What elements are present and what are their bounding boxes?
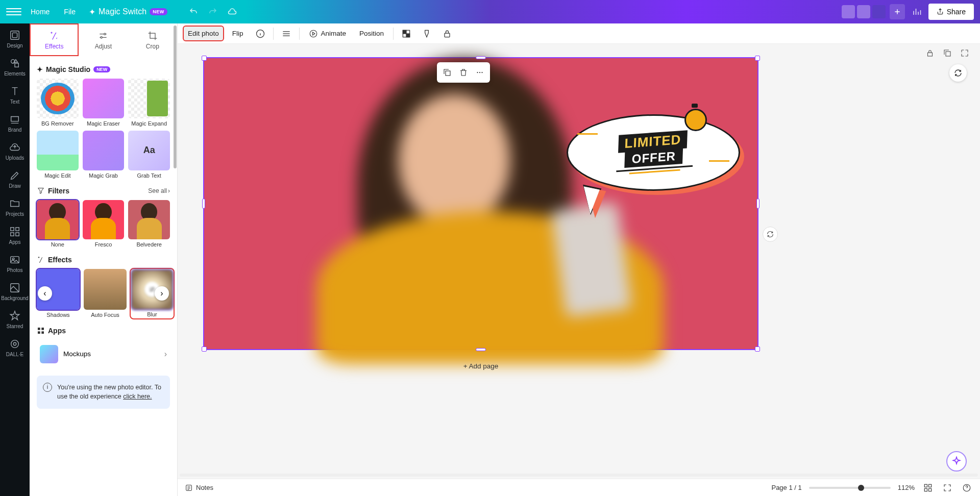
- tab-effects[interactable]: Effects: [30, 23, 79, 56]
- tab-adjust[interactable]: Adjust: [79, 23, 128, 56]
- design-thumb[interactable]: [857, 5, 870, 18]
- add-page-button[interactable]: + Add page: [204, 356, 757, 376]
- horizontal-scrollbar[interactable]: [178, 473, 980, 478]
- lock-page-button[interactable]: [924, 47, 936, 59]
- bottom-bar: Notes Page 1 / 1 112%: [178, 479, 980, 496]
- tile-magic-expand[interactable]: Magic Expand: [128, 79, 170, 127]
- file-menu[interactable]: File: [59, 5, 81, 19]
- fullscreen-button[interactable]: [941, 482, 953, 494]
- svg-rect-26: [445, 33, 450, 37]
- rail-starred[interactable]: Starred: [0, 310, 30, 329]
- click-here-link[interactable]: click here.: [123, 393, 152, 400]
- add-design-button[interactable]: [890, 4, 905, 19]
- sparkle-icon: ✦: [89, 7, 95, 17]
- notes-button[interactable]: Notes: [185, 484, 213, 492]
- effect-auto-focus[interactable]: Auto Focus: [84, 269, 127, 318]
- undo-button[interactable]: [186, 4, 201, 19]
- canvas-page[interactable]: LIMITED OFFER: [204, 58, 757, 349]
- svg-point-11: [11, 340, 19, 348]
- canvas-area[interactable]: LIMITED OFFER: [178, 44, 980, 479]
- svg-rect-17: [38, 328, 40, 330]
- filter-none[interactable]: None: [37, 200, 79, 248]
- new-badge: NEW: [150, 8, 167, 15]
- offer-line2: OFFER: [624, 147, 683, 168]
- more-button[interactable]: [473, 65, 487, 80]
- rail-draw[interactable]: Draw: [0, 170, 30, 189]
- zoom-thumb[interactable]: [858, 485, 864, 491]
- animate-icon: [309, 29, 318, 38]
- panel-scrollbar[interactable]: [173, 23, 178, 496]
- panel-tabs: Effects Adjust Crop: [30, 23, 177, 57]
- share-button[interactable]: Share: [928, 4, 974, 20]
- tile-magic-edit[interactable]: Magic Edit: [37, 131, 79, 179]
- tab-crop[interactable]: Crop: [128, 23, 177, 56]
- svg-rect-4: [11, 228, 14, 231]
- clock-icon: [682, 105, 709, 131]
- menu-button[interactable]: [6, 4, 21, 19]
- rail-projects[interactable]: Projects: [0, 198, 30, 217]
- svg-point-32: [481, 72, 482, 73]
- flip-button[interactable]: Flip: [228, 27, 248, 40]
- rail-text[interactable]: Text: [0, 86, 30, 105]
- copy-style-button[interactable]: [419, 26, 434, 41]
- refresh-button[interactable]: [949, 64, 967, 82]
- svg-rect-35: [929, 484, 932, 487]
- edit-photo-button[interactable]: Edit photo: [184, 27, 223, 40]
- magic-switch-button[interactable]: ✦ Magic Switch NEW: [85, 5, 172, 19]
- speech-bubble-element[interactable]: LIMITED OFFER: [567, 114, 750, 216]
- lock-button[interactable]: [439, 26, 455, 41]
- top-bar: Home File ✦ Magic Switch NEW Share: [0, 0, 980, 23]
- zoom-slider[interactable]: [809, 487, 891, 489]
- tile-grab-text[interactable]: AaGrab Text: [128, 131, 170, 179]
- svg-rect-25: [406, 34, 410, 37]
- svg-rect-6: [11, 233, 14, 236]
- see-all-filters[interactable]: See all ›: [148, 187, 170, 194]
- rail-uploads[interactable]: Uploads: [0, 142, 30, 161]
- chevron-left-icon: ‹: [43, 289, 46, 298]
- rail-brand[interactable]: Brand: [0, 114, 30, 133]
- home-link[interactable]: Home: [26, 5, 55, 19]
- line-weight-button[interactable]: [279, 26, 294, 41]
- analytics-button[interactable]: [909, 4, 924, 19]
- position-button[interactable]: Position: [355, 27, 388, 40]
- rail-dalle[interactable]: DALL·E: [0, 338, 30, 357]
- info-button[interactable]: [253, 26, 268, 41]
- duplicate-page-button[interactable]: [941, 47, 953, 59]
- ai-assistant-button[interactable]: [946, 451, 967, 472]
- grid-view-button[interactable]: [922, 482, 934, 494]
- svg-rect-27: [928, 53, 933, 56]
- chevron-right-icon: ›: [164, 350, 167, 359]
- sync-button[interactable]: [763, 227, 778, 242]
- left-rail: Design Elements Text Brand Uploads Draw …: [0, 23, 30, 496]
- tile-magic-eraser[interactable]: Magic Eraser: [83, 79, 125, 127]
- svg-rect-3: [15, 63, 18, 67]
- rail-background[interactable]: Background: [0, 282, 30, 301]
- section-magic-studio: ✦ Magic Studio NEW: [37, 65, 170, 73]
- filter-fresco[interactable]: Fresco: [83, 200, 125, 248]
- svg-rect-18: [41, 328, 44, 330]
- rail-design[interactable]: Design: [0, 30, 30, 48]
- cloud-sync-icon[interactable]: [225, 4, 240, 19]
- duplicate-button[interactable]: [440, 65, 454, 80]
- share-label: Share: [947, 8, 966, 16]
- design-thumb[interactable]: [842, 5, 855, 18]
- animate-button[interactable]: Animate: [305, 26, 351, 41]
- help-button[interactable]: [961, 482, 973, 494]
- context-toolbar: Edit photo Flip Animate Position: [178, 23, 980, 44]
- rail-photos[interactable]: Photos: [0, 254, 30, 273]
- transparency-button[interactable]: [399, 26, 414, 41]
- redo-button[interactable]: [205, 4, 220, 19]
- sparkle-icon: ✦: [37, 65, 43, 73]
- filter-belvedere[interactable]: Belvedere: [128, 200, 170, 248]
- svg-point-15: [153, 288, 154, 289]
- rail-elements[interactable]: Elements: [0, 58, 30, 77]
- tile-magic-grab[interactable]: Magic Grab: [83, 131, 125, 179]
- app-mockups[interactable]: Mockups ›: [37, 340, 170, 368]
- magic-switch-label: Magic Switch: [99, 7, 146, 16]
- delete-button[interactable]: [456, 65, 471, 80]
- tile-bg-remover[interactable]: BG Remover: [37, 79, 79, 127]
- design-thumb[interactable]: [872, 5, 886, 18]
- expand-page-button[interactable]: [959, 47, 971, 59]
- rail-apps[interactable]: Apps: [0, 226, 30, 245]
- vertical-scrollbar[interactable]: [975, 44, 979, 473]
